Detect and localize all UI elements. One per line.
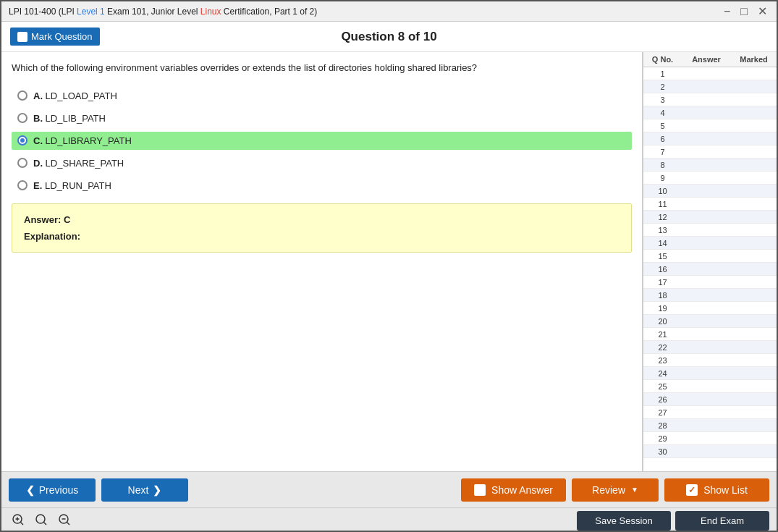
svg-line-5 — [44, 522, 47, 525]
table-row[interactable]: 22 — [643, 341, 777, 354]
option-c[interactable]: C. LD_LIBRARY_PATH — [12, 132, 632, 150]
title-bar-text: LPI 101-400 (LPI Level 1 Exam 101, Junio… — [9, 7, 317, 17]
table-row[interactable]: 16 — [643, 263, 777, 276]
review-dropdown-icon: ▼ — [631, 486, 638, 494]
content-area: Which of the following environment varia… — [1, 52, 777, 471]
question-rows-container: 1234567891011121314151617181920212223242… — [643, 67, 777, 458]
zoom-normal-icon — [35, 513, 48, 526]
radio-a — [17, 90, 28, 101]
save-session-button[interactable]: Save Session — [577, 511, 671, 531]
table-row[interactable]: 27 — [643, 406, 777, 419]
radio-b — [17, 113, 28, 123]
table-row[interactable]: 7 — [643, 145, 777, 159]
zoom-in-button[interactable] — [9, 512, 28, 531]
table-row[interactable]: 29 — [643, 432, 777, 445]
row-num: 3 — [646, 96, 679, 104]
row-num: 30 — [646, 447, 679, 456]
header-row: Mark Question Question 8 of 10 — [1, 22, 777, 52]
table-row[interactable]: 1 — [643, 67, 777, 80]
show-list-button[interactable]: ✓ Show List — [664, 478, 769, 502]
row-num: 2 — [646, 83, 679, 91]
row-num: 10 — [646, 187, 679, 195]
prev-arrow-icon: ❮ — [26, 484, 35, 496]
radio-c — [17, 135, 28, 145]
left-panel: Which of the following environment varia… — [1, 52, 643, 471]
answer-box: Answer: C Explanation: — [12, 203, 632, 253]
save-session-label: Save Session — [595, 515, 653, 526]
table-row[interactable]: 23 — [643, 354, 777, 367]
option-c-label: C. LD_LIBRARY_PATH — [33, 135, 132, 146]
row-num: 7 — [646, 148, 679, 156]
window-controls: − □ ✕ — [722, 6, 769, 17]
zoom-out-icon — [58, 513, 71, 526]
row-num: 1 — [646, 69, 679, 78]
table-row[interactable]: 5 — [643, 119, 777, 132]
table-row[interactable]: 19 — [643, 302, 777, 315]
next-button[interactable]: Next ❯ — [101, 478, 188, 502]
option-e[interactable]: E. LD_RUN_PATH — [12, 177, 632, 195]
table-row[interactable]: 6 — [643, 132, 777, 145]
previous-label: Previous — [39, 484, 78, 496]
question-title: Question 8 of 10 — [341, 30, 436, 44]
mark-question-button[interactable]: Mark Question — [10, 28, 100, 46]
review-button[interactable]: Review ▼ — [572, 478, 659, 502]
table-row[interactable]: 9 — [643, 172, 777, 185]
row-num: 22 — [646, 343, 679, 352]
answer-label: Answer: C — [24, 214, 620, 225]
minimize-button[interactable]: − — [722, 6, 732, 17]
show-answer-button[interactable]: Show Answer — [461, 478, 566, 502]
next-arrow-icon: ❯ — [153, 484, 161, 496]
maximize-button[interactable]: □ — [738, 6, 750, 17]
row-num: 18 — [646, 291, 679, 300]
right-panel-header: Q No. Answer Marked — [643, 52, 777, 67]
table-row[interactable]: 10 — [643, 185, 777, 198]
table-row[interactable]: 21 — [643, 328, 777, 341]
table-row[interactable]: 26 — [643, 393, 777, 406]
show-answer-label: Show Answer — [491, 484, 553, 496]
table-row[interactable]: 28 — [643, 419, 777, 432]
option-b[interactable]: B. LD_LIB_PATH — [12, 109, 632, 127]
row-num: 25 — [646, 382, 679, 391]
table-row[interactable]: 11 — [643, 198, 777, 211]
option-b-label: B. LD_LIB_PATH — [33, 113, 106, 124]
zoom-normal-button[interactable] — [32, 512, 51, 531]
right-panel: Q No. Answer Marked 12345678910111213141… — [643, 52, 777, 471]
svg-line-3 — [21, 522, 24, 525]
end-exam-button[interactable]: End Exam — [675, 511, 769, 531]
zoom-out-button[interactable] — [55, 512, 74, 531]
row-num: 21 — [646, 330, 679, 339]
row-num: 6 — [646, 135, 679, 143]
option-d[interactable]: D. LD_SHARE_PATH — [12, 154, 632, 172]
table-row[interactable]: 2 — [643, 80, 777, 93]
row-num: 16 — [646, 265, 679, 274]
option-a[interactable]: A. LD_LOAD_PATH — [12, 87, 632, 105]
table-row[interactable]: 12 — [643, 211, 777, 224]
table-row[interactable]: 25 — [643, 380, 777, 393]
table-row[interactable]: 15 — [643, 250, 777, 263]
review-label: Review — [592, 484, 625, 496]
close-button[interactable]: ✕ — [756, 6, 769, 17]
option-d-label: D. LD_SHARE_PATH — [33, 158, 124, 169]
table-row[interactable]: 14 — [643, 237, 777, 250]
previous-button[interactable]: ❮ Previous — [9, 478, 96, 502]
table-row[interactable]: 30 — [643, 445, 777, 458]
main-wrapper: Mark Question Question 8 of 10 Which of … — [1, 22, 777, 532]
table-row[interactable]: 18 — [643, 289, 777, 302]
row-num: 15 — [646, 252, 679, 261]
table-row[interactable]: 17 — [643, 276, 777, 289]
mark-checkbox-icon — [17, 32, 28, 42]
row-num: 11 — [646, 200, 679, 208]
table-row[interactable]: 20 — [643, 315, 777, 328]
mark-question-label: Mark Question — [31, 31, 93, 42]
table-row[interactable]: 13 — [643, 224, 777, 237]
table-row[interactable]: 8 — [643, 159, 777, 172]
row-num: 12 — [646, 213, 679, 221]
row-num: 17 — [646, 278, 679, 287]
row-num: 4 — [646, 109, 679, 117]
table-row[interactable]: 3 — [643, 93, 777, 106]
row-num: 9 — [646, 174, 679, 182]
table-row[interactable]: 4 — [643, 106, 777, 119]
table-row[interactable]: 24 — [643, 367, 777, 380]
row-num: 29 — [646, 434, 679, 443]
radio-e — [17, 180, 28, 190]
